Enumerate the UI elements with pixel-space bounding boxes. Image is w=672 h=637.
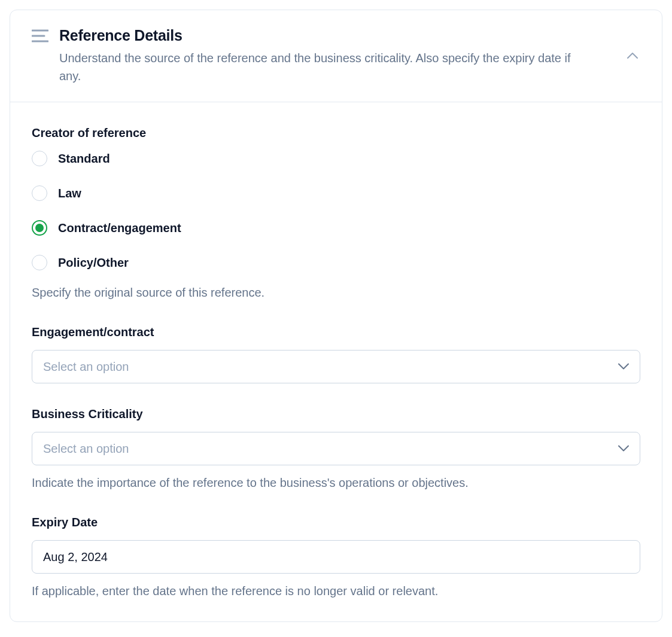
radio-icon-selected bbox=[32, 220, 47, 236]
expiry-label: Expiry Date bbox=[32, 516, 640, 529]
radio-icon bbox=[32, 151, 47, 166]
criticality-helper-text: Indicate the importance of the reference… bbox=[32, 474, 640, 492]
expiry-helper-text: If applicable, enter the date when the r… bbox=[32, 582, 640, 600]
creator-helper-text: Specify the original source of this refe… bbox=[32, 284, 640, 301]
text-align-left-icon bbox=[32, 29, 48, 45]
reference-details-card: Reference Details Understand the source … bbox=[10, 10, 662, 622]
radio-option-standard[interactable]: Standard bbox=[32, 151, 640, 166]
chevron-down-icon bbox=[618, 361, 629, 372]
radio-label: Standard bbox=[58, 152, 110, 166]
chevron-down-icon bbox=[618, 443, 629, 454]
radio-dot-icon bbox=[35, 224, 44, 232]
card-subtitle: Understand the source of the reference a… bbox=[59, 49, 574, 85]
business-criticality-group: Business Criticality Select an option In… bbox=[32, 407, 640, 492]
radio-icon bbox=[32, 185, 47, 201]
radio-option-law[interactable]: Law bbox=[32, 185, 640, 201]
engagement-contract-group: Engagement/contract Select an option bbox=[32, 325, 640, 383]
radio-option-policy-other[interactable]: Policy/Other bbox=[32, 255, 640, 270]
chevron-up-icon bbox=[627, 51, 638, 60]
creator-of-reference-group: Creator of reference Standard Law Contra… bbox=[32, 126, 640, 301]
card-header: Reference Details Understand the source … bbox=[10, 10, 662, 102]
header-text-block: Reference Details Understand the source … bbox=[59, 27, 640, 85]
criticality-select[interactable]: Select an option bbox=[32, 432, 640, 465]
radio-label: Policy/Other bbox=[58, 256, 129, 270]
select-placeholder: Select an option bbox=[43, 442, 129, 456]
card-title: Reference Details bbox=[59, 27, 640, 44]
select-placeholder: Select an option bbox=[43, 360, 129, 374]
engagement-label: Engagement/contract bbox=[32, 325, 640, 339]
creator-label: Creator of reference bbox=[32, 126, 640, 140]
radio-option-contract-engagement[interactable]: Contract/engagement bbox=[32, 220, 640, 236]
radio-label: Contract/engagement bbox=[58, 221, 181, 235]
criticality-label: Business Criticality bbox=[32, 407, 640, 421]
creator-radio-group: Standard Law Contract/engagement Policy/… bbox=[32, 151, 640, 270]
engagement-select[interactable]: Select an option bbox=[32, 350, 640, 383]
radio-label: Law bbox=[58, 187, 81, 200]
collapse-toggle-button[interactable] bbox=[625, 49, 640, 63]
expiry-date-value: Aug 2, 2024 bbox=[43, 550, 108, 564]
expiry-date-group: Expiry Date Aug 2, 2024 If applicable, e… bbox=[32, 516, 640, 600]
expiry-date-input[interactable]: Aug 2, 2024 bbox=[32, 540, 640, 574]
radio-icon bbox=[32, 255, 47, 270]
card-body: Creator of reference Standard Law Contra… bbox=[10, 102, 662, 621]
